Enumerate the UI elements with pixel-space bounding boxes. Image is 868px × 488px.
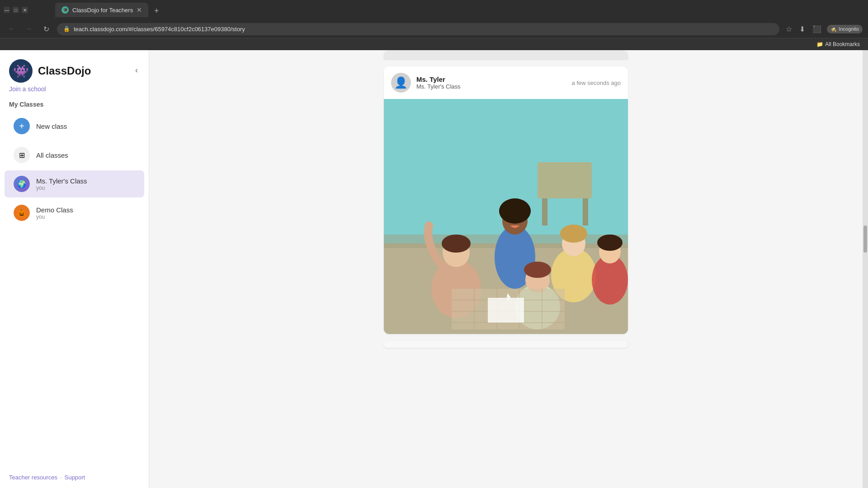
ms-tyler-class-icon: 🌍 xyxy=(14,176,30,192)
my-classes-label: My Classes xyxy=(0,97,149,112)
demo-class-info: Demo Class you xyxy=(36,206,73,220)
sidebar-footer: Teacher resources · Support xyxy=(0,467,149,488)
story-image xyxy=(384,99,628,334)
new-class-icon: + xyxy=(14,118,30,134)
svg-point-24 xyxy=(524,262,551,278)
svg-rect-3 xyxy=(538,162,592,198)
bookmarks-bar: 📁 All Bookmarks xyxy=(0,38,868,50)
tab-close-button[interactable]: ✕ xyxy=(137,6,142,14)
svg-point-18 xyxy=(560,225,587,243)
avatar-icon: 👤 xyxy=(394,76,408,89)
download-icon[interactable]: ⬇ xyxy=(797,23,807,35)
svg-point-15 xyxy=(520,203,528,210)
story-meta: Ms. Tyler Ms. Tyler's Class xyxy=(416,75,566,90)
support-link[interactable]: Support xyxy=(65,474,85,481)
tab-favicon: 🎓 xyxy=(61,6,69,14)
active-tab[interactable]: 🎓 ClassDojo for Teachers ✕ xyxy=(55,3,148,17)
story-card-bottom xyxy=(384,341,628,348)
scrollbar-thumb[interactable] xyxy=(863,225,867,253)
brand-name: ClassDojo xyxy=(38,65,91,77)
story-time: a few seconds ago xyxy=(572,80,621,86)
svg-point-21 xyxy=(597,235,623,251)
reload-button[interactable]: ↻ xyxy=(40,23,52,35)
star-icon[interactable]: ☆ xyxy=(784,23,794,35)
all-classes-label: All classes xyxy=(36,151,68,159)
ms-tyler-class-info: Ms. Tyler's Class you xyxy=(36,177,87,191)
demo-class-name: Demo Class xyxy=(36,206,73,214)
story-card-header: 👤 Ms. Tyler Ms. Tyler's Class a few seco… xyxy=(384,66,628,99)
sidebar-header: 👾 ClassDojo Join a school ‹ xyxy=(0,50,149,97)
brand-logo: 👾 ClassDojo xyxy=(9,59,91,83)
collapse-sidebar-button[interactable]: ‹ xyxy=(133,64,140,77)
lock-icon: 🔒 xyxy=(63,26,70,32)
svg-rect-4 xyxy=(542,198,547,225)
all-bookmarks-link[interactable]: 📁 All Bookmarks xyxy=(814,40,863,48)
teacher-resources-link[interactable]: Teacher resources xyxy=(9,474,57,481)
story-class: Ms. Tyler's Class xyxy=(416,83,566,90)
ms-tyler-class-nav-item[interactable]: 🌍 Ms. Tyler's Class you xyxy=(5,170,144,197)
forward-button[interactable]: → xyxy=(23,23,35,35)
author-avatar: 👤 xyxy=(391,73,411,93)
footer-separator: · xyxy=(60,474,62,481)
toolbar-icons: ☆ ⬇ ⬛ 🕵 Incognito xyxy=(784,23,863,35)
window-controls: — □ ✕ xyxy=(4,7,46,13)
logo-circle: 👾 xyxy=(9,59,33,83)
incognito-label: Incognito xyxy=(839,26,859,32)
url-text: teach.classdojo.com/#/classes/65974c810c… xyxy=(74,26,773,33)
sidebar: 👾 ClassDojo Join a school ‹ My Classes +… xyxy=(0,50,149,488)
join-school-link[interactable]: Join a school xyxy=(9,85,91,93)
app-layout: 👾 ClassDojo Join a school ‹ My Classes +… xyxy=(0,50,868,488)
url-bar[interactable]: 🔒 teach.classdojo.com/#/classes/65974c81… xyxy=(57,23,779,35)
story-card-main: 👤 Ms. Tyler Ms. Tyler's Class a few seco… xyxy=(384,66,628,334)
demo-class-nav-item[interactable]: 🎃 Demo Class you xyxy=(5,199,144,226)
svg-rect-33 xyxy=(488,298,524,323)
svg-point-14 xyxy=(502,203,509,210)
svg-rect-5 xyxy=(583,198,588,225)
tab-title: ClassDojo for Teachers xyxy=(72,7,133,14)
ms-tyler-class-name: Ms. Tyler's Class xyxy=(36,177,87,185)
feed-container: 👤 Ms. Tyler Ms. Tyler's Class a few seco… xyxy=(384,50,628,470)
new-tab-button[interactable]: + xyxy=(150,5,163,17)
ms-tyler-class-sub: you xyxy=(36,185,87,191)
bookmarks-label: All Bookmarks xyxy=(825,41,860,47)
logo-icon: 👾 xyxy=(13,64,29,79)
svg-point-8 xyxy=(442,235,471,253)
brand: 👾 ClassDojo Join a school xyxy=(9,59,91,93)
incognito-icon: 🕵 xyxy=(830,26,837,32)
right-scrollbar[interactable] xyxy=(863,50,868,488)
browser-chrome: — □ ✕ 🎓 ClassDojo for Teachers ✕ + ← → ↻… xyxy=(0,0,868,50)
title-bar: — □ ✕ 🎓 ClassDojo for Teachers ✕ + xyxy=(0,0,868,20)
bookmark-folder-icon: 📁 xyxy=(816,41,823,47)
minimize-button[interactable]: — xyxy=(4,7,10,13)
back-button[interactable]: ← xyxy=(5,23,18,35)
tab-bar: 🎓 ClassDojo for Teachers ✕ + xyxy=(52,3,166,17)
demo-class-sub: you xyxy=(36,214,73,220)
main-content[interactable]: 👤 Ms. Tyler Ms. Tyler's Class a few seco… xyxy=(149,50,863,488)
address-bar: ← → ↻ 🔒 teach.classdojo.com/#/classes/65… xyxy=(0,20,868,38)
story-author: Ms. Tyler xyxy=(416,75,566,83)
maximize-button[interactable]: □ xyxy=(13,7,19,13)
all-classes-nav-item[interactable]: ⊞ All classes xyxy=(5,141,144,169)
story-card-top xyxy=(384,50,628,59)
extension-icon[interactable]: ⬛ xyxy=(811,23,823,35)
new-class-nav-item[interactable]: + New class xyxy=(5,113,144,140)
demo-class-icon: 🎃 xyxy=(14,205,30,221)
close-button[interactable]: ✕ xyxy=(22,7,28,13)
incognito-badge: 🕵 Incognito xyxy=(827,25,863,33)
all-classes-icon: ⊞ xyxy=(14,147,30,163)
new-class-label: New class xyxy=(36,122,67,130)
